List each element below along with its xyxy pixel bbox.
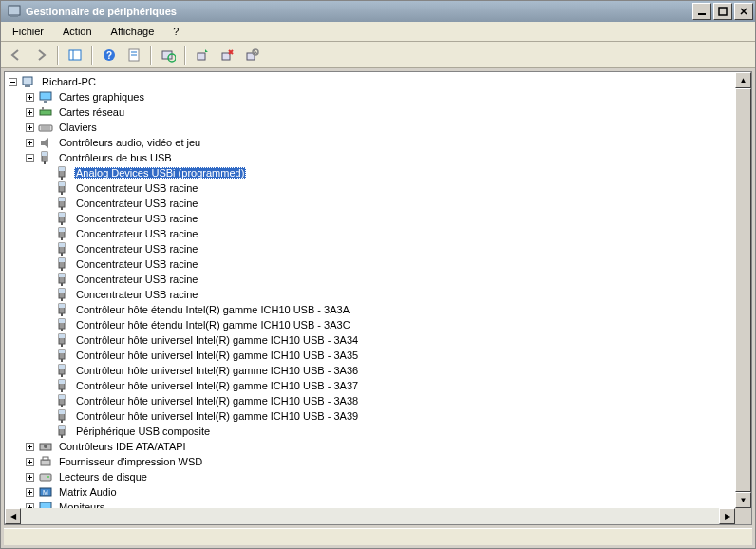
tree-node[interactable]: Concentrateur USB racine xyxy=(5,180,735,196)
device-tree[interactable]: Richard-PCCartes graphiquesCartes réseau… xyxy=(5,72,735,508)
tree-connector xyxy=(43,427,51,436)
usb-icon xyxy=(55,393,70,408)
tree-connector xyxy=(43,306,51,314)
svg-rect-69 xyxy=(59,304,65,308)
scroll-left-button[interactable]: ◀ xyxy=(5,508,21,524)
expand-icon[interactable] xyxy=(26,458,34,466)
tree-node[interactable]: Périphérique USB composite xyxy=(5,424,735,439)
svg-rect-87 xyxy=(59,395,65,399)
back-button[interactable] xyxy=(5,45,28,66)
vertical-scrollbar[interactable]: ▲ ▼ xyxy=(735,72,751,508)
tree-node[interactable]: Contrôleurs de bus USB xyxy=(5,150,735,165)
tree-node[interactable]: Cartes graphiques xyxy=(5,89,735,104)
tree-node[interactable]: Richard-PC xyxy=(5,74,735,89)
content-area: Richard-PCCartes graphiquesCartes réseau… xyxy=(4,71,752,525)
svg-rect-20 xyxy=(25,85,30,87)
tree-node-label: Concentrateur USB racine xyxy=(74,228,199,239)
tree-node[interactable]: Concentrateur USB racine xyxy=(5,272,735,287)
expand-icon[interactable] xyxy=(26,473,34,482)
tree-node[interactable]: Concentrateur USB racine xyxy=(5,241,735,256)
separator xyxy=(91,46,93,65)
tree-node[interactable]: Analog Devices USBi (programmed) xyxy=(5,165,735,180)
svg-rect-78 xyxy=(59,350,65,353)
tree-node[interactable]: Moniteurs xyxy=(5,500,735,508)
tree-connector xyxy=(43,230,51,238)
tree-node[interactable]: Contrôleur hôte universel Intel(R) gamme… xyxy=(5,363,735,378)
scroll-down-button[interactable]: ▼ xyxy=(735,492,751,508)
tree-node[interactable]: Concentrateur USB racine xyxy=(5,256,735,272)
maximize-button[interactable] xyxy=(713,3,732,20)
close-button[interactable] xyxy=(734,3,753,20)
update-driver-button[interactable] xyxy=(191,45,214,66)
tree-node[interactable]: Concentrateur USB racine xyxy=(5,211,735,226)
tree-connector xyxy=(43,199,51,208)
scan-hardware-button[interactable] xyxy=(157,45,180,66)
tree-node-label: Fournisseur d'impression WSD xyxy=(57,456,204,467)
tree-node[interactable]: Contrôleur hôte universel Intel(R) gamme… xyxy=(5,393,735,408)
tree-node-label: Lecteurs de disque xyxy=(57,471,149,483)
tree-node-label: Contrôleurs de bus USB xyxy=(57,152,174,163)
uninstall-button[interactable] xyxy=(216,45,238,66)
menu-file[interactable]: Fichier xyxy=(5,24,51,39)
collapse-icon[interactable] xyxy=(26,154,34,162)
show-hide-tree-button[interactable] xyxy=(64,45,86,66)
tree-node-label: Matrix Audio xyxy=(57,486,119,498)
tree-connector xyxy=(43,275,51,284)
expand-icon[interactable] xyxy=(26,93,34,102)
tree-connector xyxy=(43,184,51,193)
usb-icon xyxy=(55,378,70,393)
tree-connector xyxy=(43,397,51,406)
tree-node[interactable]: Concentrateur USB racine xyxy=(5,287,735,302)
help-button[interactable]: ? xyxy=(98,45,121,66)
menu-help[interactable]: ? xyxy=(165,24,186,39)
tree-node[interactable]: Cartes réseau xyxy=(5,104,735,120)
tree-node[interactable]: Lecteurs de disque xyxy=(5,469,735,484)
usb-icon xyxy=(55,302,70,317)
tree-connector xyxy=(43,351,51,360)
tree-node[interactable]: Concentrateur USB racine xyxy=(5,196,735,211)
forward-button[interactable] xyxy=(29,45,52,66)
tree-node-label: Concentrateur USB racine xyxy=(74,182,199,194)
tree-connector xyxy=(43,367,51,375)
expand-icon[interactable] xyxy=(26,488,34,497)
expand-icon[interactable] xyxy=(26,123,34,132)
scroll-up-button[interactable]: ▲ xyxy=(735,72,751,88)
expand-icon[interactable] xyxy=(26,108,34,117)
tree-connector xyxy=(43,291,51,299)
expand-icon[interactable] xyxy=(26,139,34,147)
tree-node[interactable]: Contrôleurs audio, vidéo et jeu xyxy=(5,135,735,150)
disable-button[interactable] xyxy=(240,45,263,66)
expand-icon[interactable] xyxy=(26,443,34,451)
tree-node[interactable]: Contrôleurs IDE ATA/ATAPI xyxy=(5,439,735,454)
tree-node[interactable]: Contrôleur hôte universel Intel(R) gamme… xyxy=(5,332,735,348)
root-icon xyxy=(21,74,36,89)
usb-icon xyxy=(55,424,70,439)
tree-node[interactable]: Contrôleur hôte universel Intel(R) gamme… xyxy=(5,348,735,363)
tree-node[interactable]: Contrôleur hôte universel Intel(R) gamme… xyxy=(5,408,735,424)
collapse-icon[interactable] xyxy=(9,78,17,86)
separator xyxy=(57,46,59,65)
tree-node[interactable]: Contrôleur hôte universel Intel(R) gamme… xyxy=(5,378,735,393)
minimize-button[interactable] xyxy=(692,3,711,20)
svg-rect-66 xyxy=(59,289,65,293)
tree-node[interactable]: Contrôleur hôte étendu Intel(R) gamme IC… xyxy=(5,302,735,317)
tree-node[interactable]: Concentrateur USB racine xyxy=(5,226,735,241)
menu-view[interactable]: Affichage xyxy=(104,24,162,39)
properties-button[interactable] xyxy=(123,45,145,66)
tree-node[interactable]: Contrôleur hôte étendu Intel(R) gamme IC… xyxy=(5,317,735,332)
tree-node-label: Contrôleur hôte universel Intel(R) gamme… xyxy=(74,350,360,361)
tree-connector xyxy=(43,382,51,390)
tree-connector xyxy=(43,245,51,254)
horizontal-scrollbar[interactable]: ◀ ▶ xyxy=(5,508,735,524)
tree-node-label: Moniteurs xyxy=(57,502,106,508)
scroll-right-button[interactable]: ▶ xyxy=(719,508,735,524)
tree-node[interactable]: Claviers xyxy=(5,120,735,135)
svg-rect-81 xyxy=(59,365,65,369)
tree-node[interactable]: MMatrix Audio xyxy=(5,484,735,500)
usb-icon xyxy=(55,348,70,363)
tree-node-label: Contrôleur hôte universel Intel(R) gamme… xyxy=(74,380,360,391)
scroll-thumb[interactable] xyxy=(735,88,751,492)
tree-node[interactable]: Fournisseur d'impression WSD xyxy=(5,454,735,469)
usb-icon xyxy=(55,272,70,287)
menu-action[interactable]: Action xyxy=(55,24,100,39)
